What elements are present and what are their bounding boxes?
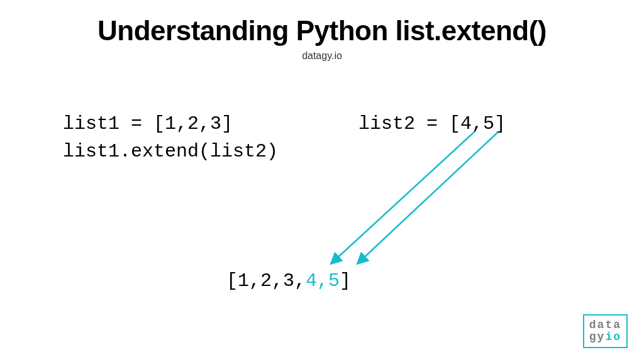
result-list: [1,2,3,4,5]	[226, 270, 351, 292]
result-extended-values: 4,5	[306, 270, 340, 292]
page-title: Understanding Python list.extend()	[0, 15, 644, 47]
svg-line-2	[358, 132, 498, 263]
subtitle: datagy.io	[0, 50, 644, 62]
arrow-diagram	[270, 126, 522, 283]
code-list2-declaration: list2 = [4,5]	[358, 113, 506, 134]
code-list1-declaration: list1 = [1,2,3]	[63, 113, 233, 134]
logo: data gyio	[583, 314, 628, 348]
logo-line1: data	[589, 319, 621, 331]
result-prefix: [1,2,3,	[226, 270, 306, 292]
svg-line-1	[332, 132, 474, 263]
logo-line2: gyio	[589, 331, 621, 343]
result-suffix: ]	[340, 270, 351, 292]
code-extend-call: list1.extend(list2)	[63, 141, 278, 162]
